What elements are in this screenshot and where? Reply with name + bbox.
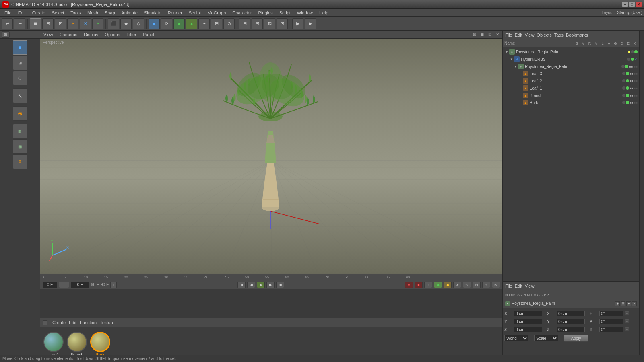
minimize-button[interactable]: – [622,2,628,7]
cube-button[interactable]: ■ [149,18,160,29]
select-tool[interactable]: ↖ [13,88,27,103]
stop-btn[interactable]: ■ [415,282,423,288]
grid-tool[interactable]: ⊞ [13,56,27,70]
menu-character[interactable]: Character [229,10,254,16]
model-mode-button[interactable]: ◼ [30,18,41,29]
menu-create[interactable]: Create [29,10,48,16]
viewport-menu-cameras[interactable]: Cameras [58,32,79,37]
mat-toggle[interactable] [43,320,47,325]
viewport1-button[interactable]: ⊞ [239,18,250,29]
obj-menu-view[interactable]: View [525,33,535,37]
attr-z-expand[interactable]: ▼ [625,327,629,331]
key-button[interactable]: ◆ [120,18,132,29]
tri-palm-sub[interactable]: ▼ [514,65,518,68]
menu-tools[interactable]: Tools [68,10,84,16]
obj-menu-objects[interactable]: Objects [537,33,551,37]
redo-button[interactable]: ↪ [14,18,25,29]
maximize-button[interactable]: □ [629,2,635,7]
viewport-icon-4[interactable]: ✕ [494,31,501,38]
paint-tool[interactable]: ▦ [13,139,27,154]
menu-file[interactable]: File [2,10,14,16]
tl-icon2[interactable]: ⊡ [473,282,481,288]
viewport-menu-options[interactable]: Options [103,32,122,37]
attr-y2-input[interactable] [557,319,585,324]
render2-button[interactable]: ▶ [305,18,316,29]
tl-icon4[interactable]: ⊠ [492,282,500,288]
obj-row-leaf1[interactable]: ▲ Leaf_1 ■■ ■■ [503,84,639,92]
cube-tool[interactable]: ■ [13,40,27,55]
camera-button[interactable]: ⊞ [211,18,222,29]
attr-x2-input[interactable] [557,311,585,316]
viewport2-button[interactable]: ⊟ [252,18,263,29]
render-button[interactable]: ▶ [292,18,303,29]
record-button[interactable]: ⬛ [108,18,119,29]
next-frame-button[interactable]: ▶ [266,282,275,288]
menu-help[interactable]: Help [316,10,331,16]
viewport[interactable]: View Cameras Display Options Filter Pane… [40,31,502,274]
poly-mode-button[interactable]: ✕ [92,18,103,29]
help-btn[interactable]: ? [424,282,432,288]
fps-input[interactable]: 1 [59,282,69,288]
mat-menu-edit[interactable]: Edit [69,320,76,325]
obj-row-leaf3[interactable]: ▲ Leaf_3 ■■ ■■ [503,70,639,77]
particle-button[interactable]: ⊙ [223,18,235,29]
tl-anim-btn[interactable]: ⟳ [453,282,461,288]
attr-x-expand[interactable]: ▼ [625,311,629,315]
sidebar-top-btn1[interactable]: ⊞ [2,31,10,38]
mat-menu-texture[interactable]: Texture [100,320,114,325]
menu-mesh[interactable]: Mesh [85,10,101,16]
key-btn-tl2[interactable]: ◆ [444,282,452,288]
current-frame-input[interactable] [43,282,57,288]
attr-b-input[interactable] [599,327,623,332]
tl-icon3[interactable]: ⊞ [482,282,490,288]
go-start-button[interactable]: ⏮ [237,282,246,288]
curve-button[interactable]: ⟳ [161,18,172,29]
menu-window[interactable]: Window [294,10,316,16]
tl-icon1[interactable]: ⊙ [463,282,471,288]
obj-row-branch[interactable]: ▲ Branch ■■ ■■ [503,92,639,99]
coord-scale-select[interactable]: Scale Size [534,335,558,341]
viewport-icon-2[interactable]: ◼ [479,31,485,38]
edge-mode-button[interactable]: ✕ [80,18,91,29]
material-bark[interactable]: Bark [90,332,110,357]
point-mode-button[interactable]: ✕ [67,18,78,29]
attr-z-input[interactable] [514,327,542,332]
viewport-canvas[interactable]: Perspective [40,39,502,274]
attr-h-input[interactable] [599,311,623,316]
key-btn-tl1[interactable]: ◆ [434,282,442,288]
texture-mode-button[interactable]: ⊡ [55,18,66,29]
prev-frame-button[interactable]: ◀ [247,282,255,288]
menu-script[interactable]: Script [277,10,293,16]
viewport4-button[interactable]: ⊡ [277,18,288,29]
undo-button[interactable]: ↩ [2,18,13,29]
obj-menu-edit[interactable]: Edit [515,33,522,37]
tri-hypernurbs[interactable]: ▼ [510,58,514,61]
obj-menu-file[interactable]: File [505,33,512,37]
apply-button[interactable]: Apply [564,335,588,342]
viewport-menu-filter[interactable]: Filter [125,32,138,37]
fps-rate[interactable]: 1 [110,282,117,288]
attr-close-btn[interactable]: ✕ [632,301,637,306]
material-branch[interactable]: Branch [67,332,87,357]
menu-sculpt[interactable]: Sculpt [186,10,204,16]
attr-menu-edit[interactable]: Edit [515,284,522,288]
menu-select[interactable]: Select [49,10,67,16]
attr-more-btn[interactable]: ▶ [626,301,631,306]
attr-menu-file[interactable]: File [505,284,512,288]
menu-animate[interactable]: Animate [119,10,140,16]
timeline-track[interactable] [40,289,502,318]
material-leaf[interactable]: Leaf [43,332,64,357]
obj-row-palm-sub[interactable]: ▼ ● Roystonea_Regia_Palm ■■ ■■ [503,63,639,70]
attr-p-input[interactable] [599,319,623,324]
menu-snap[interactable]: Snap [102,10,118,16]
obj-row-hypernurbs[interactable]: ▼ N HyperNURBS ✓ [503,56,639,63]
mat-menu-create[interactable]: Create [52,320,66,325]
attr-menu-view[interactable]: View [525,284,535,288]
tri-root[interactable]: ▼ [505,50,509,54]
move-tool[interactable]: ⊕ [13,106,27,121]
viewport-icon-3[interactable]: ⊡ [487,31,493,38]
mat-menu-function[interactable]: Function [80,320,97,325]
obj-row-leaf2[interactable]: ▲ Leaf_2 ■■ ■■ [503,77,639,84]
close-button[interactable]: ✕ [636,2,642,7]
deform-button[interactable]: ● [186,18,197,29]
